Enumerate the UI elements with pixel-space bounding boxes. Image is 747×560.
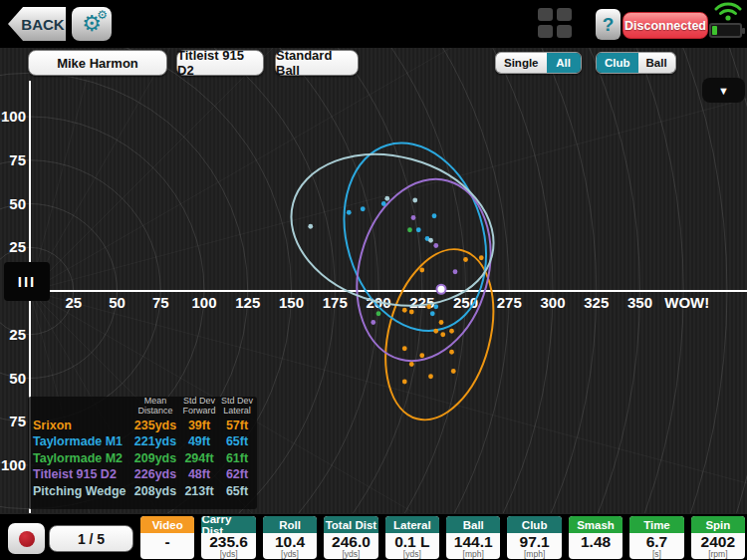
x-axis-end-label: WOW!: [664, 294, 709, 311]
x-tick-label: 150: [279, 294, 304, 311]
shot-point[interactable]: [428, 238, 433, 243]
shot-point[interactable]: [449, 329, 454, 334]
shot-point[interactable]: [433, 304, 438, 309]
wifi-signal-icon: [714, 2, 742, 21]
connection-status-button[interactable]: Disconnected: [622, 12, 708, 39]
shot-point[interactable]: [409, 310, 414, 315]
metric-value: 10.4: [263, 533, 317, 550]
segment-all[interactable]: All: [547, 53, 581, 73]
x-tick-label: 25: [65, 294, 82, 311]
legend-series-name: Taylormade M1: [33, 434, 130, 448]
shot-point[interactable]: [361, 206, 366, 211]
dispersion-legend: Mean DistanceStd Dev ForwardStd Dev Late…: [28, 397, 257, 509]
shot-point[interactable]: [407, 227, 412, 232]
connection-status-label: Disconnected: [624, 19, 706, 33]
y-tick-label: 50: [9, 370, 26, 387]
legend-std-dev-lateral: 61ft: [218, 451, 256, 465]
app-screen: BACK ⚙ ⚙ ? Disconnected: [0, 0, 747, 560]
shot-point[interactable]: [428, 374, 433, 379]
shot-point[interactable]: [453, 269, 458, 274]
shot-point[interactable]: [433, 329, 438, 334]
metric-tile-smash[interactable]: Smash1.48: [569, 516, 622, 559]
legend-series-name: Taylormade M2: [33, 451, 130, 465]
legend-std-dev-forward: 39ft: [180, 419, 218, 432]
metric-tile-carry-dist[interactable]: Carry Dist235.6[yds]: [201, 516, 255, 559]
back-button[interactable]: BACK: [8, 7, 66, 41]
shot-point[interactable]: [432, 213, 437, 218]
metric-tile-video[interactable]: Video-: [140, 516, 194, 559]
shot-point[interactable]: [308, 224, 313, 229]
shot-counter-button[interactable]: 1 / 5: [49, 525, 133, 552]
player-select-button[interactable]: Mike Harmon: [28, 50, 167, 76]
shot-point[interactable]: [419, 268, 424, 273]
shot-point[interactable]: [449, 350, 454, 355]
segment-club[interactable]: Club: [597, 53, 638, 73]
metric-tile-ball[interactable]: Ball144.1[mph]: [446, 516, 500, 559]
metric-tile-total-dist[interactable]: Total Dist246.0[yds]: [324, 516, 377, 559]
shot-point[interactable]: [426, 304, 431, 309]
segment-ball[interactable]: Ball: [638, 53, 675, 73]
shot-point[interactable]: [412, 198, 417, 203]
shot-point[interactable]: [419, 353, 424, 358]
shot-point[interactable]: [411, 215, 416, 220]
ball-select-button[interactable]: Standard Ball: [275, 50, 359, 76]
grid-view-icon[interactable]: [538, 8, 572, 38]
back-label: BACK: [21, 16, 64, 33]
metric-label: Spin: [691, 516, 745, 533]
shot-point[interactable]: [433, 243, 438, 248]
x-tick-label: 125: [235, 294, 260, 311]
club-select-button[interactable]: Titleist 915 D2: [176, 50, 264, 76]
shot-counter-label: 1 / 5: [78, 531, 105, 547]
metric-tile-roll[interactable]: Roll10.4[yds]: [263, 516, 317, 559]
shot-point[interactable]: [416, 227, 421, 232]
shot-point[interactable]: [384, 196, 389, 201]
shot-point[interactable]: [479, 255, 484, 260]
metric-label: Club: [507, 516, 561, 533]
record-button[interactable]: [8, 523, 45, 554]
metric-value: 1.48: [569, 533, 622, 550]
metric-label: Time: [629, 516, 683, 533]
x-tick-label: 100: [191, 294, 216, 311]
y-tick-label: 25: [9, 238, 26, 255]
shot-point[interactable]: [439, 320, 444, 325]
shot-point[interactable]: [451, 369, 456, 374]
help-button[interactable]: ?: [596, 9, 621, 40]
grid-square: [557, 25, 572, 38]
metric-tile-club[interactable]: Club97.1[mph]: [507, 516, 561, 559]
axis-drag-handle[interactable]: III: [4, 262, 50, 301]
selected-shot-marker[interactable]: [437, 285, 446, 294]
dispersion-chart[interactable]: 255075100125150175200225250275300325350W…: [0, 48, 747, 513]
metric-label: Ball: [446, 516, 500, 533]
chart-options-dropdown[interactable]: ▼: [702, 78, 745, 103]
x-tick-label: 300: [540, 294, 565, 311]
x-tick-label: 75: [152, 294, 169, 311]
metric-value: 6.7: [629, 533, 683, 550]
shot-point[interactable]: [409, 362, 414, 367]
record-icon: [19, 531, 35, 547]
shot-point[interactable]: [430, 311, 435, 316]
metric-tile-lateral[interactable]: Lateral0.1 L[yds]: [385, 516, 439, 559]
shot-point[interactable]: [402, 346, 407, 351]
metric-value: 235.6: [201, 533, 255, 550]
shot-point[interactable]: [402, 380, 407, 385]
shot-view-segmented-control: SingleAll: [495, 52, 582, 74]
y-tick-label: 25: [9, 326, 26, 343]
shot-point[interactable]: [402, 308, 407, 313]
metric-tile-spin[interactable]: Spin2402[rpm]: [691, 516, 745, 559]
shot-point[interactable]: [381, 201, 386, 206]
legend-series-name: Srixon: [33, 419, 130, 432]
shot-point[interactable]: [371, 320, 375, 325]
segment-single[interactable]: Single: [496, 53, 547, 73]
legend-header: Mean Distance: [130, 396, 180, 417]
metric-tile-time[interactable]: Time6.7[s]: [629, 516, 683, 559]
radial-line: [30, 48, 615, 291]
shot-point[interactable]: [440, 332, 445, 337]
legend-series-name: Pitching Wedge: [33, 484, 130, 498]
settings-button[interactable]: ⚙ ⚙: [72, 7, 112, 41]
help-label: ?: [603, 14, 615, 36]
metric-unit: [yds]: [201, 550, 255, 558]
shot-point[interactable]: [463, 257, 468, 262]
shot-point[interactable]: [347, 210, 352, 215]
shot-point[interactable]: [376, 311, 381, 316]
metric-unit: [yds]: [263, 550, 317, 558]
